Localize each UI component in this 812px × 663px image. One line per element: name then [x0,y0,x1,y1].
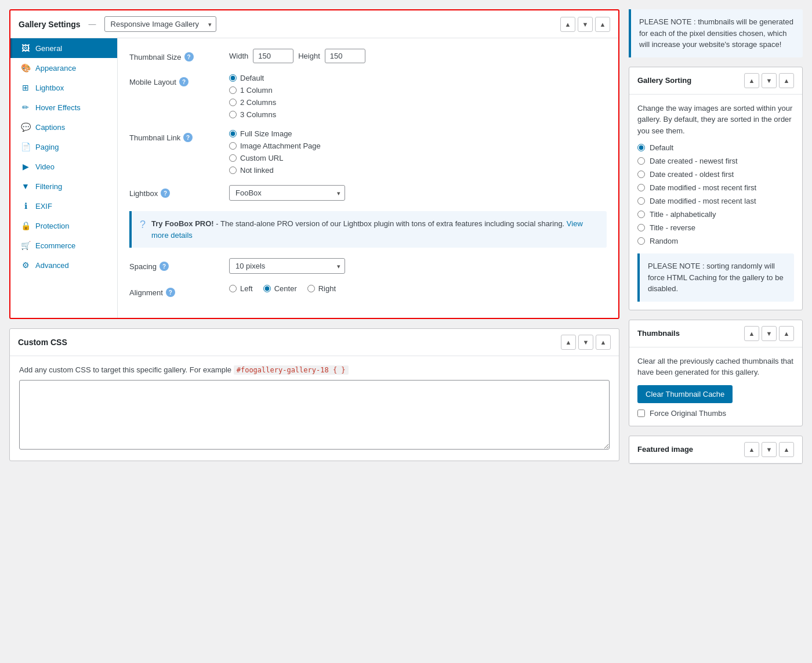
settings-content-area: Thumbnail Size ? Width Height [118,38,618,318]
custom-css-textarea[interactable] [19,380,610,450]
alignment-left[interactable]: Left [229,284,253,293]
spacing-select-wrapper: 5 pixels10 pixels15 pixels20 pixels [229,258,345,274]
sidebar-item-appearance[interactable]: 🎨 Appearance [10,58,117,78]
sidebar-item-protection[interactable]: 🔒 Protection [10,216,117,236]
sidebar-item-video[interactable]: ▶ Video [10,157,117,176]
general-icon: 🖼 [20,44,31,53]
gallery-sorting-panel: Gallery Sorting ▲ ▼ ▲ Change the way ima… [629,67,803,310]
thumbnails-up-button[interactable]: ▲ [744,326,759,341]
alignment-options: Left Center Right [229,284,336,293]
spacing-help-icon[interactable]: ? [160,262,169,271]
promo-info-icon: ? [140,219,146,231]
thumbnails-body: Clear all the previously cached thumbnai… [629,347,802,426]
alignment-right[interactable]: Right [307,284,336,293]
sidebar-label-general: General [35,44,62,53]
gallery-sorting-controls: ▲ ▼ ▲ [744,73,794,88]
gallery-sorting-header: Gallery Sorting ▲ ▼ ▲ [629,67,802,95]
thumbnail-link-none[interactable]: Not linked [229,166,321,175]
thumbnail-size-help-icon[interactable]: ? [184,52,194,61]
alignment-center[interactable]: Center [263,284,297,293]
custom-css-panel: Custom CSS ▲ ▼ ▲ Add any custom CSS to t… [9,328,619,461]
sorting-up-button[interactable]: ▲ [744,73,759,88]
featured-collapse-button[interactable]: ▲ [779,442,794,457]
lightbox-select[interactable]: FooBoxNoneOther [229,185,345,201]
sort-title-alpha[interactable]: Title - alphabetically [637,210,794,219]
thumbnail-link-label: Thumbnail Link ? [129,129,222,142]
sidebar-item-hover-effects[interactable]: ✏ Hover Effects [10,97,117,117]
thumbnail-width-input[interactable] [253,49,293,63]
thumbnail-link-custom[interactable]: Custom URL [229,154,321,162]
sidebar-item-exif[interactable]: ℹ EXIF [10,196,117,216]
custom-css-header: Custom CSS ▲ ▼ ▲ [10,329,619,356]
sidebar-label-hover-effects: Hover Effects [35,103,81,112]
alignment-control: Left Center Right [229,284,607,293]
sidebar-label-exif: EXIF [35,202,52,211]
force-original-label[interactable]: Force Original Thumbs [650,409,726,418]
thumbnails-description: Clear all the previously cached thumbnai… [637,356,794,378]
sidebar-item-lightbox[interactable]: ⊞ Lightbox [10,78,117,97]
mobile-layout-options: Default 1 Column 2 Columns 3 Columns [229,74,276,119]
sort-random[interactable]: Random [637,237,794,245]
sort-default[interactable]: Default [637,143,794,152]
gallery-type-select-wrapper: Responsive Image GallerySimple GalleryGr… [104,16,216,32]
sidebar-item-captions[interactable]: 💬 Captions [10,117,117,137]
spacing-label: Spacing ? [129,258,222,271]
mobile-layout-default[interactable]: Default [229,74,276,82]
sort-date-oldest[interactable]: Date created - oldest first [637,170,794,179]
sorting-collapse-button[interactable]: ▲ [779,73,794,88]
custom-css-title: Custom CSS [18,338,67,347]
sidebar-item-paging[interactable]: 📄 Paging [10,137,117,157]
promo-text: Try FooBox PRO! - The stand-alone PRO ve… [151,218,599,241]
lightbox-icon: ⊞ [20,83,31,92]
spacing-select[interactable]: 5 pixels10 pixels15 pixels20 pixels [229,258,345,274]
featured-up-button[interactable]: ▲ [744,442,759,457]
sort-date-modified-recent[interactable]: Date modified - most recent first [637,183,794,192]
sort-date-newest[interactable]: Date created - newest first [637,157,794,165]
featured-image-header: Featured image ▲ ▼ ▲ [629,436,802,463]
gallery-type-select[interactable]: Responsive Image GallerySimple GalleryGr… [104,16,216,32]
force-original-checkbox[interactable] [637,410,645,417]
appearance-icon: 🎨 [20,63,31,73]
protection-icon: 🔒 [20,221,31,230]
thumbnails-controls: ▲ ▼ ▲ [744,326,794,341]
mobile-layout-1col[interactable]: 1 Column [229,86,276,95]
paging-icon: 📄 [20,142,31,151]
sidebar-item-ecommerce[interactable]: 🛒 Ecommerce [10,236,117,255]
sidebar-item-general[interactable]: 🖼 General [10,38,117,58]
thumbnails-collapse-button[interactable]: ▲ [779,326,794,341]
alignment-help-icon[interactable]: ? [166,288,175,297]
featured-image-title: Featured image [637,445,693,454]
thumbnails-down-button[interactable]: ▼ [762,326,777,341]
sorting-down-button[interactable]: ▼ [762,73,777,88]
panel-up-button[interactable]: ▲ [560,17,575,32]
sidebar-item-filtering[interactable]: ▼ Filtering [10,176,117,196]
custom-css-up-button[interactable]: ▲ [561,335,576,350]
thumbnails-panel: Thumbnails ▲ ▼ ▲ Clear all the previousl… [629,320,803,426]
view-more-link[interactable]: View more details [151,219,583,240]
sidebar-label-lightbox: Lightbox [35,84,64,92]
sort-date-modified-last[interactable]: Date modified - most recent last [637,197,794,205]
thumbnail-link-help-icon[interactable]: ? [183,133,193,142]
custom-css-collapse-button[interactable]: ▲ [596,335,611,350]
mobile-layout-row: Mobile Layout ? Default 1 Column [129,74,607,119]
hover-effects-icon: ✏ [20,103,31,112]
lightbox-help-icon[interactable]: ? [161,189,170,198]
panel-collapse-button[interactable]: ▲ [595,17,610,32]
clear-thumbnail-cache-button[interactable]: Clear Thumbnail Cache [637,385,733,403]
mobile-layout-help-icon[interactable]: ? [179,77,188,86]
thumbnail-height-input[interactable] [325,49,365,63]
mobile-layout-3col[interactable]: 3 Columns [229,110,276,119]
sidebar-label-paging: Paging [35,143,59,151]
thumbnail-link-fullsize[interactable]: Full Size Image [229,129,321,138]
thumbnail-link-attachment[interactable]: Image Attachment Page [229,142,321,150]
sort-title-reverse[interactable]: Title - reverse [637,223,794,232]
mobile-layout-control: Default 1 Column 2 Columns 3 Columns [229,74,607,119]
foobox-promo-box: ? Try FooBox PRO! - The stand-alone PRO … [129,211,607,248]
featured-down-button[interactable]: ▼ [762,442,777,457]
sidebar-label-appearance: Appearance [35,64,76,73]
sidebar-item-advanced[interactable]: ⚙ Advanced [10,255,117,275]
mobile-layout-2col[interactable]: 2 Columns [229,98,276,107]
panel-down-button[interactable]: ▼ [578,17,593,32]
lightbox-field-label: Lightbox ? [129,185,222,198]
custom-css-down-button[interactable]: ▼ [578,335,593,350]
